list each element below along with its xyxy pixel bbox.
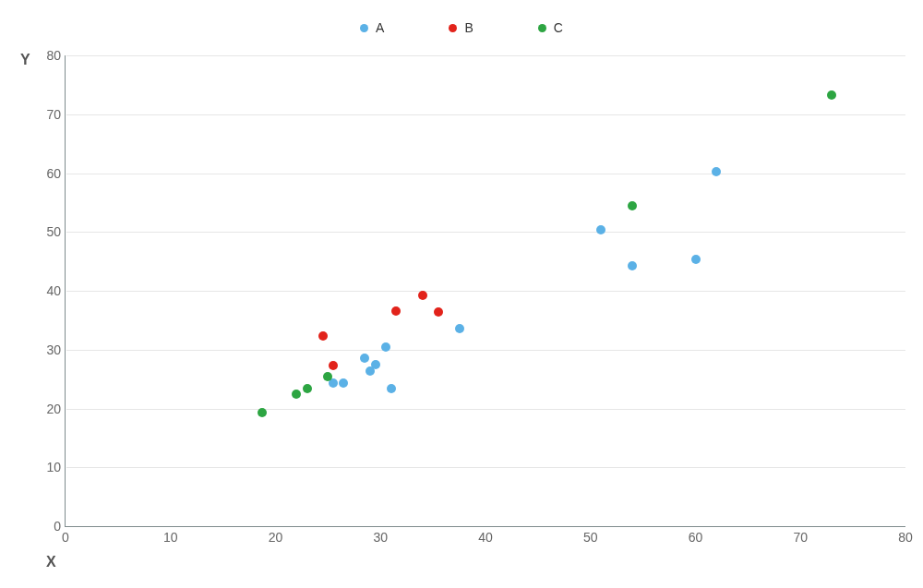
legend-item-c: C [538,20,563,35]
legend-label-c: C [554,20,563,35]
data-point-a [596,225,605,234]
data-point-a [339,378,348,388]
data-point-a [371,360,380,369]
scatter-chart: A B C Y X 010203040506070800102030405060… [0,0,923,588]
data-point-a [712,167,721,176]
gridline-y [66,55,905,56]
y-tick-label: 50 [46,224,61,239]
data-point-b [318,331,328,341]
data-point-a [360,354,369,363]
data-point-a [455,324,464,333]
legend-item-b: B [449,20,473,35]
y-tick-label: 30 [46,342,61,357]
data-point-b [434,307,443,317]
y-tick-label: 10 [46,460,61,474]
gridline-y [66,232,905,233]
data-point-c [258,408,267,417]
y-tick-label: 80 [46,48,61,63]
x-axis-label: X [46,554,56,570]
gridline-y [66,350,905,351]
x-tick-label: 30 [373,530,388,545]
x-tick-label: 20 [269,530,283,545]
legend-item-a: A [360,20,384,35]
data-point-c [292,390,301,399]
y-tick-label: 60 [46,166,61,181]
data-point-b [418,291,427,300]
data-point-b [329,361,338,370]
data-point-a [387,384,396,393]
gridline-y [66,409,905,410]
y-tick-label: 70 [46,107,61,122]
y-tick-label: 20 [46,402,61,416]
y-axis-label: Y [20,52,30,68]
axes: 0102030405060708001020304050607080 [65,55,905,527]
legend-label-b: B [464,20,473,35]
x-tick-label: 10 [163,530,178,545]
plot-area: 0102030405060708001020304050607080 [65,55,905,526]
x-tick-label: 0 [62,530,69,545]
data-point-a [628,261,637,270]
x-tick-label: 70 [793,530,808,545]
data-point-c [323,372,332,381]
legend-swatch-a [360,24,368,32]
data-point-a [691,255,701,264]
gridline-y [66,291,905,292]
data-point-b [391,306,401,316]
gridline-y [66,114,905,115]
data-point-c [827,90,836,100]
data-point-c [628,201,637,210]
legend: A B C [0,20,923,35]
gridline-y [66,174,905,174]
legend-swatch-c [538,24,546,32]
data-point-c [303,384,312,393]
legend-swatch-b [449,24,457,32]
x-tick-label: 80 [898,530,913,545]
legend-label-a: A [376,20,384,35]
y-tick-label: 0 [54,519,61,534]
x-tick-label: 60 [689,530,703,545]
x-tick-label: 40 [478,530,493,545]
y-tick-label: 40 [46,283,61,298]
gridline-y [66,467,905,468]
x-tick-label: 50 [583,530,598,545]
data-point-a [381,342,390,352]
